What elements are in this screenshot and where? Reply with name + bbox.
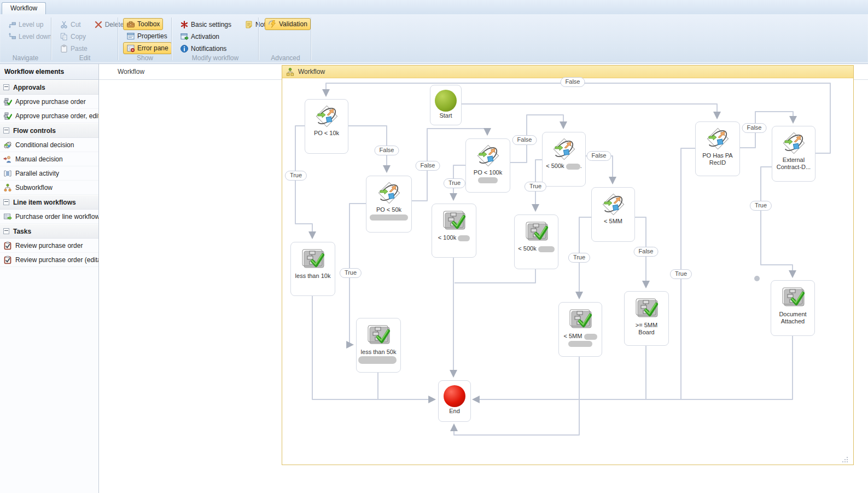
edge-label-false: False (561, 77, 585, 87)
collapse-icon[interactable] (3, 199, 9, 205)
group-caption-edit: Edit (52, 54, 118, 62)
node-start[interactable]: Start (430, 85, 462, 125)
edge-label-true: True (285, 171, 307, 181)
conditional-decision-icon (704, 125, 731, 152)
sidebar-item-conditional-decision[interactable]: Conditional decision (0, 138, 98, 152)
copy-icon (60, 32, 68, 41)
sidebar-item-review-purchase-order[interactable]: Review purchase order (0, 239, 98, 253)
error-pane-button[interactable]: Error pane (123, 42, 172, 54)
node-po-has-pa-recid[interactable]: PO Has PA RecID (695, 121, 740, 176)
approval-task-icon (567, 306, 593, 332)
collapse-icon[interactable] (3, 228, 9, 234)
cut-icon (60, 20, 68, 29)
delete-icon (94, 20, 103, 29)
node-less-than-50k[interactable]: less than 50k (356, 318, 401, 373)
node-end[interactable]: End (438, 380, 471, 422)
sidebar-section-approvals[interactable]: Approvals (0, 80, 98, 95)
sidebar-section-flow-controls[interactable]: Flow controls (0, 123, 98, 138)
node-po-10k[interactable]: PO < 10k (305, 99, 348, 154)
edge-label-false: False (375, 146, 399, 155)
sidebar-item-approve-purchase-order[interactable]: Approve purchase order (0, 95, 98, 109)
level-down-button[interactable]: Level down (4, 31, 55, 43)
review-task-icon (3, 241, 12, 250)
toolbox-icon (126, 20, 135, 28)
node-lt-500k-approval[interactable]: < 500k (514, 214, 558, 269)
ribbon-group-edit: Cut Delete Copy Paste Edit (52, 14, 118, 63)
cut-button[interactable]: Cut (56, 19, 84, 31)
node-lt-5mm-decision[interactable]: < 5MM (591, 187, 635, 242)
edge-label-false: False (587, 151, 611, 161)
group-caption-show: Show (119, 54, 171, 62)
validation-button[interactable]: Validation (265, 18, 311, 30)
node-gte-5mm-board[interactable]: >= 5MM Board (624, 291, 669, 346)
level-down-icon (8, 32, 16, 41)
conditional-decision-icon (551, 136, 577, 162)
approval-task-icon (365, 322, 392, 348)
node-lt-5mm-approval[interactable]: < 5MM (558, 302, 602, 357)
paste-icon (60, 44, 68, 53)
redacted-text (538, 246, 555, 252)
node-document-attached[interactable]: Document Attached (771, 280, 815, 336)
edge-label-true: True (525, 182, 546, 192)
node-lt-500k-decision[interactable]: < 500k . (542, 132, 586, 187)
approval-task-icon (523, 218, 550, 245)
ribbon-group-advanced: Validation Advanced (260, 14, 311, 63)
sidebar-section-tasks[interactable]: Tasks (0, 224, 98, 239)
conditional-decision-icon (376, 179, 402, 206)
approval-task-icon (300, 246, 326, 272)
redacted-text (358, 356, 397, 364)
ribbon-group-modify-workflow: Basic settings Notes Activation Notifica… (172, 14, 258, 63)
activation-icon (180, 32, 189, 41)
basic-settings-button[interactable]: Basic settings (177, 19, 235, 31)
edge-label-true: True (340, 268, 362, 278)
edge-label-false: False (512, 135, 537, 145)
notifications-button[interactable]: Notifications (177, 43, 230, 55)
redacted-text (370, 214, 408, 221)
sidebar-item-approve-purchase-order-editable[interactable]: Approve purchase order, edita (0, 109, 98, 123)
node-lt-100k-approval[interactable]: < 100k (432, 204, 476, 258)
edge-label-true: True (568, 253, 590, 263)
sidebar-item-manual-decision[interactable]: Manual decision (0, 152, 98, 166)
line-workflow-icon (3, 212, 12, 221)
level-up-button[interactable]: Level up (4, 19, 46, 31)
error-pane-icon (126, 44, 135, 53)
workflow-editor-window: Workflow Level up Level down Navigate Cu… (0, 0, 868, 493)
sidebar-item-parallel-activity[interactable]: Parallel activity (0, 166, 98, 181)
conditional-decision-icon (475, 142, 501, 169)
review-task-icon (3, 256, 12, 264)
toolbox-button[interactable]: Toolbox (123, 18, 163, 30)
collapse-icon[interactable] (3, 127, 9, 134)
manual-decision-icon (3, 155, 12, 164)
node-po-100k[interactable]: PO < 100k (465, 138, 510, 193)
properties-button[interactable]: Properties (123, 30, 171, 42)
workflow-elements-panel: Workflow elements Approvals Approve purc… (0, 64, 99, 493)
workflow-canvas-pane: Workflow Workflow (99, 64, 868, 493)
redacted-text (568, 341, 592, 347)
sidebar-item-subworkflow[interactable]: Subworkflow (0, 181, 98, 195)
parallel-activity-icon (3, 169, 12, 178)
node-less-than-10k[interactable]: less than 10k (290, 242, 335, 296)
resize-grip-icon[interactable] (842, 456, 848, 463)
validation-icon (268, 20, 277, 28)
sidebar-section-line-item-workflows[interactable]: Line item workflows (0, 195, 98, 210)
node-po-50k[interactable]: PO < 50k (366, 176, 412, 233)
approval-task-icon (780, 284, 806, 310)
approval-icon (3, 112, 12, 120)
edge-label-true: True (444, 178, 465, 188)
node-external-contract[interactable]: External Contract-D... (772, 126, 815, 182)
redacted-text (566, 164, 580, 170)
workflow-container[interactable]: Workflow (282, 65, 854, 465)
copy-button[interactable]: Copy (56, 31, 89, 43)
conditional-decision-icon (600, 191, 626, 217)
paste-button[interactable]: Paste (56, 43, 91, 55)
edge-label-true: True (750, 201, 772, 211)
subworkflow-icon (3, 183, 12, 192)
sidebar-item-review-purchase-order-editable[interactable]: Review purchase order (editab (0, 253, 98, 267)
activation-button[interactable]: Activation (177, 31, 223, 43)
properties-icon (126, 32, 135, 40)
tab-workflow[interactable]: Workflow (2, 2, 46, 14)
collapse-icon[interactable] (3, 84, 9, 90)
ribbon-tab-bar: Workflow (0, 0, 868, 15)
ribbon: Level up Level down Navigate Cut Delete … (0, 14, 868, 64)
sidebar-item-purchase-order-line-workflow[interactable]: Purchase order line workflow (0, 210, 98, 224)
